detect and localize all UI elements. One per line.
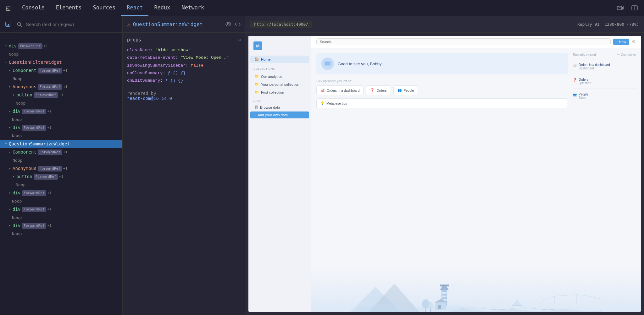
svg-point-8 [226, 22, 231, 26]
expand-arrow: ▾ [11, 174, 16, 179]
mb-nav-home[interactable]: 🏠 Home [250, 56, 309, 63]
mb-rv-item-subtitle: Dashboard [579, 67, 610, 70]
tree-toolbar [0, 16, 122, 33]
mb-card-label: Orders in a dashboard [327, 89, 359, 92]
tree-row[interactable]: ▾ QuestionFilterWidget [0, 58, 122, 67]
expand-arrow: ▾ [4, 142, 8, 146]
tab-console[interactable]: Console [16, 0, 50, 16]
tab-sources[interactable]: Sources [87, 0, 121, 16]
props-entry-edit-summary: onEditSummary: ƒ () {} [127, 77, 241, 84]
mb-tips-label: Metabase tips [326, 101, 347, 105]
browser-replay: Replay 91 [577, 22, 599, 27]
mb-rv-item-title: Orders [579, 78, 591, 81]
search-input[interactable] [26, 22, 119, 27]
mb-topbar: + New ⚙ [311, 36, 641, 48]
svg-rect-24 [438, 305, 441, 309]
mb-card-orders[interactable]: ❓ Orders [366, 85, 391, 95]
expand-arrow: ▾ [8, 166, 12, 171]
tab-react[interactable]: React [121, 0, 148, 16]
tree-row[interactable]: ▾ Anonymous ForwardRef +1 [0, 83, 122, 91]
mb-rv-title: Recently viewed [573, 53, 596, 57]
mb-tips[interactable]: 💡 Metabase tips [316, 98, 568, 108]
mb-nav-our-analytics[interactable]: 📁 Our analytics [250, 73, 309, 80]
mb-cards: 📊 Orders in a dashboard ❓ Orders 👥 Peopl [316, 85, 568, 95]
tree-row-noop: Noop [0, 132, 122, 140]
tree-row[interactable]: ▾ div ForwardRef +1 [0, 189, 122, 197]
tree-row[interactable]: ▾ div ForwardRef +1 [0, 124, 122, 132]
mb-rv-item-subtitle: Table [579, 96, 588, 100]
tree-row[interactable]: ▾ div ForwardRef +1 [0, 222, 122, 230]
browser-bar: http://localhost:4000/ Replay 91 1280×80… [245, 16, 644, 33]
mb-sidebar: M 🏠 Home COLLECTIONS ··· 📁 Our analytics [248, 36, 311, 312]
mb-customize-btn[interactable]: ✏ Customize [617, 53, 636, 57]
props-section-header: props ⊡ [127, 37, 241, 43]
mb-rv-item-content: Orders Question [579, 78, 591, 85]
mb-rv-divider [573, 74, 636, 74]
svg-rect-11 [325, 62, 330, 65]
code-icon[interactable] [235, 21, 241, 28]
svg-point-27 [428, 302, 433, 309]
mb-rv-item-orders[interactable]: ❓ Orders Question [573, 77, 636, 86]
tree-row[interactable]: ... [0, 34, 122, 42]
mb-card-label: People [404, 89, 414, 92]
mb-nav-personal-label: Your personal collection [261, 83, 299, 86]
props-entry-classname: className: "hide sm-show" [127, 46, 241, 54]
mb-card-people[interactable]: 👥 People [393, 85, 418, 95]
devtools-main: ... ▾ div ForwardRef +1 Noop ▾ QuestionF… [0, 16, 644, 315]
mb-collections-section: COLLECTIONS ··· [248, 63, 311, 73]
mb-rv-item-content: People Table [579, 93, 588, 100]
props-expand-icon[interactable]: ⊡ [238, 37, 241, 42]
dashboard-icon: 📊 [320, 88, 325, 92]
tree-row[interactable]: ▾ div ForwardRef +1 [0, 205, 122, 214]
mb-collections-more[interactable]: ··· [302, 66, 306, 71]
expand-arrow: ▾ [11, 93, 16, 97]
metabase-app: M 🏠 Home COLLECTIONS ··· 📁 Our analytics [248, 36, 641, 312]
edit-icon: ✏ [617, 53, 620, 57]
mb-rv-item-orders-dashboard[interactable]: 📊 Orders in a dashboard Dashboard [573, 62, 636, 71]
mb-data-section: DATA [248, 96, 311, 104]
mb-new-button[interactable]: + New [613, 39, 630, 45]
mb-logo-icon: M [253, 41, 262, 50]
expand-arrow: ▾ [8, 109, 12, 114]
mb-pick-up-label: Pick up where you left off [316, 79, 568, 83]
rendered-by-section: rendered by react-dom@16.14.0 [127, 91, 241, 101]
mb-search-input[interactable] [316, 38, 611, 45]
tree-row[interactable]: ▾ Anonymous ForwardRef +1 [0, 165, 122, 173]
props-entry-metabase-event: data-metabase-event: "View Mode; Open …" [127, 54, 241, 62]
tab-redux[interactable]: Redux [148, 0, 176, 16]
mb-rv-item-people[interactable]: 👥 People Table [573, 91, 636, 101]
tab-elements[interactable]: Elements [50, 0, 87, 16]
warning-icon: ⚠ [127, 21, 130, 28]
folder-icon: 📁 [255, 82, 259, 86]
mb-card-orders-dashboard[interactable]: 📊 Orders in a dashboard [316, 85, 364, 95]
tree-row[interactable]: ▾ Component ForwardRef +1 [0, 148, 122, 156]
expand-arrow: ▾ [8, 207, 12, 212]
svg-rect-18 [440, 285, 449, 286]
tab-network[interactable]: Network [176, 0, 210, 16]
eye-icon[interactable] [225, 21, 231, 28]
mb-rv-header: Recently viewed ✏ Customize [573, 53, 636, 57]
panel-icon [628, 4, 641, 12]
mb-nav-browse-data[interactable]: 🗄 Browse data [250, 104, 309, 111]
tree-row-question-summarize[interactable]: ▾ QuestionSummarizeWidget [0, 140, 122, 148]
expand-arrow: ▾ [8, 68, 12, 73]
folder-icon: 📁 [255, 74, 259, 79]
svg-line-7 [20, 25, 22, 27]
cursor-icon[interactable] [4, 20, 13, 29]
tree-row[interactable]: ▾ div ForwardRef +1 [0, 42, 122, 50]
tree-row-noop: Noop [0, 230, 122, 238]
tree-row[interactable]: ▾ Component ForwardRef +1 [0, 67, 122, 75]
tree-row[interactable]: ▾ div ForwardRef +1 [0, 107, 122, 116]
question-icon: ❓ [573, 78, 577, 82]
tree-row-noop: Noop [0, 181, 122, 189]
mb-settings-icon[interactable]: ⚙ [632, 39, 636, 44]
mb-lighthouse-illustration [311, 268, 641, 312]
tree-row[interactable]: ▾ button ForwardRef +1 [0, 91, 122, 99]
mb-nav-personal-collection[interactable]: 📁 Your personal collection [250, 81, 309, 88]
camera-icon [613, 4, 628, 12]
mb-rv-item-title: Orders in a dashboard [579, 63, 610, 67]
mb-nav-add-data[interactable]: + Add your own data [250, 111, 309, 118]
mb-rv-divider [573, 59, 636, 59]
mb-nav-first-collection[interactable]: 📁 First collection [250, 89, 309, 96]
tree-row[interactable]: ▾ button ForwardRef +1 [0, 173, 122, 181]
